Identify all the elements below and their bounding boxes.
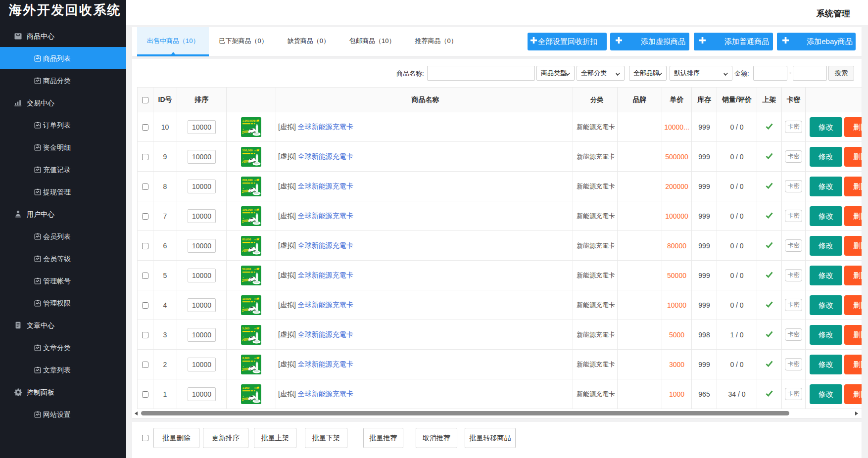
- svg-text:10,000: 10,000: [242, 297, 251, 300]
- svg-text:100,000: 100,000: [242, 208, 253, 211]
- svg-text:1,000: 1,000: [242, 386, 250, 389]
- svg-text:3,000: 3,000: [242, 357, 250, 360]
- svg-text:80,000: 80,000: [242, 238, 251, 241]
- svg-text:500,000: 500,000: [242, 149, 253, 152]
- svg-text:200,000: 200,000: [242, 179, 253, 182]
- svg-text:5,000: 5,000: [242, 327, 250, 330]
- svg-text:1,000,000: 1,000,000: [242, 119, 255, 122]
- svg-text:50,000: 50,000: [242, 268, 251, 271]
